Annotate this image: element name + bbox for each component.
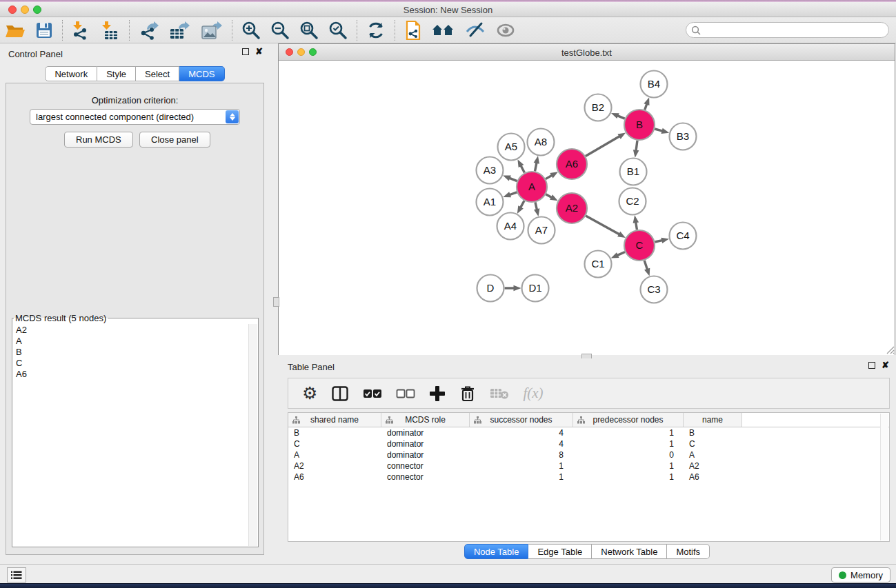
column-header-shared-name[interactable]: shared name xyxy=(288,413,381,427)
tab-node-table[interactable]: Node Table xyxy=(464,544,529,559)
create-column-button[interactable] xyxy=(422,382,452,405)
edge-C-C3[interactable] xyxy=(644,261,648,270)
column-header-successor-nodes[interactable]: successor nodes xyxy=(470,413,573,427)
column-header-MCDS-role[interactable]: MCDS role xyxy=(381,413,470,427)
table-cell[interactable]: B xyxy=(684,428,742,438)
zoom-in-button[interactable] xyxy=(237,19,266,42)
home-view-button[interactable] xyxy=(427,19,460,42)
table-cell[interactable]: A xyxy=(684,450,742,460)
tab-motifs[interactable]: Motifs xyxy=(667,544,710,559)
table-cell[interactable]: 1 xyxy=(573,428,684,438)
show-columns-button[interactable] xyxy=(324,382,356,405)
graph-node-A[interactable]: A xyxy=(517,172,547,202)
table-cell[interactable]: A2 xyxy=(684,461,742,471)
vertical-split-handle[interactable] xyxy=(273,297,279,307)
deselect-all-button[interactable] xyxy=(389,382,422,405)
table-cell[interactable]: 1 xyxy=(573,439,684,449)
mcds-result-item[interactable]: A6 xyxy=(13,369,248,380)
network-canvas[interactable]: AA1A2A3A4A5A6A7A8BB1B2B3B4CC1C2C3C4DD1 xyxy=(279,61,895,355)
graph-node-C2[interactable]: C2 xyxy=(619,188,646,215)
column-header-name[interactable]: name xyxy=(684,413,742,427)
table-cell[interactable]: 4 xyxy=(470,439,573,449)
edge-B-B1[interactable] xyxy=(636,141,637,152)
table-row[interactable]: Bdominator41B xyxy=(288,427,889,438)
graph-node-A6[interactable]: A6 xyxy=(557,149,587,179)
task-history-button[interactable] xyxy=(7,567,26,582)
table-cell[interactable]: dominator xyxy=(381,450,470,460)
edge-A-A8[interactable] xyxy=(535,162,537,172)
column-header-predecessor-nodes[interactable]: predecessor nodes xyxy=(573,413,684,427)
mcds-result-item[interactable]: C xyxy=(13,358,248,369)
graph-node-C1[interactable]: C1 xyxy=(585,251,612,278)
table-cell[interactable]: dominator xyxy=(381,428,470,438)
run-mcds-button[interactable]: Run MCDS xyxy=(64,132,133,148)
table-cell[interactable]: C xyxy=(288,439,381,449)
table-row[interactable]: Cdominator41C xyxy=(288,438,889,449)
select-all-button[interactable] xyxy=(356,382,389,405)
graph-node-B1[interactable]: B1 xyxy=(620,159,647,185)
float-panel-icon[interactable] xyxy=(242,48,249,55)
tab-style[interactable]: Style xyxy=(97,66,136,81)
table-cell[interactable]: 1 xyxy=(573,472,684,482)
open-session-button[interactable] xyxy=(0,19,30,42)
mcds-result-item[interactable]: B xyxy=(13,347,248,358)
export-network-button[interactable] xyxy=(134,19,164,42)
criterion-select[interactable]: largest connected component (directed) xyxy=(30,109,240,125)
close-panel-button[interactable]: Close panel xyxy=(139,132,210,148)
search-field[interactable] xyxy=(686,22,889,38)
zoom-selected-button[interactable] xyxy=(323,19,352,42)
table-row[interactable]: A2connector11A2 xyxy=(288,460,889,472)
table-cell[interactable]: 1 xyxy=(470,472,573,482)
mcds-result-item[interactable]: A xyxy=(13,336,248,347)
delete-column-button[interactable] xyxy=(452,382,483,405)
graph-node-A8[interactable]: A8 xyxy=(528,129,555,156)
zoom-fit-button[interactable] xyxy=(295,19,323,42)
delete-table-button[interactable] xyxy=(483,382,516,405)
graph-node-C4[interactable]: C4 xyxy=(670,223,697,250)
tab-mcds[interactable]: MCDS xyxy=(179,66,224,81)
table-cell[interactable]: 0 xyxy=(573,450,684,460)
resize-grip-icon[interactable] xyxy=(886,345,895,354)
search-input[interactable] xyxy=(704,24,888,37)
graph-node-B4[interactable]: B4 xyxy=(641,71,668,98)
graph-node-B[interactable]: B xyxy=(624,110,655,140)
table-cell[interactable]: A6 xyxy=(684,472,742,482)
mcds-list-scrollbar[interactable] xyxy=(248,324,257,546)
hide-details-button[interactable] xyxy=(460,19,490,42)
export-table-button[interactable] xyxy=(164,19,196,42)
show-details-button[interactable] xyxy=(490,19,521,42)
refresh-button[interactable] xyxy=(361,19,390,42)
close-panel-icon[interactable]: ✘ xyxy=(255,48,263,55)
import-table-button[interactable] xyxy=(96,19,125,42)
table-cell[interactable]: connector xyxy=(381,461,470,471)
table-cell[interactable]: 8 xyxy=(470,450,573,460)
zoom-out-button[interactable] xyxy=(266,19,295,42)
table-cell[interactable]: A xyxy=(288,450,381,460)
mcds-result-item[interactable]: A2 xyxy=(13,325,248,336)
graph-node-A1[interactable]: A1 xyxy=(477,189,504,216)
import-network-button[interactable] xyxy=(67,19,96,42)
float-table-panel-icon[interactable] xyxy=(868,362,875,369)
network-window-title-bar[interactable]: testGlobe.txt xyxy=(279,44,895,61)
graph-node-D1[interactable]: D1 xyxy=(522,275,549,302)
graph-node-A3[interactable]: A3 xyxy=(477,157,504,184)
network-from-file-button[interactable] xyxy=(399,19,427,42)
table-cell[interactable]: 4 xyxy=(470,428,573,438)
graph-node-A7[interactable]: A7 xyxy=(528,217,555,244)
node-table[interactable]: shared nameMCDS rolesuccessor nodesprede… xyxy=(288,412,890,542)
table-scrollbar[interactable] xyxy=(880,414,888,540)
table-row[interactable]: A6connector11A6 xyxy=(288,472,889,483)
table-cell[interactable]: B xyxy=(288,428,381,438)
memory-button[interactable]: Memory xyxy=(831,567,890,582)
tab-network[interactable]: Network xyxy=(45,66,97,81)
edge-A2-C[interactable] xyxy=(586,216,620,234)
tab-select[interactable]: Select xyxy=(136,66,179,81)
graph-node-A5[interactable]: A5 xyxy=(498,134,525,161)
table-cell[interactable]: dominator xyxy=(381,439,470,449)
save-session-button[interactable] xyxy=(30,19,58,42)
table-cell[interactable]: 1 xyxy=(573,461,684,471)
graph-node-D[interactable]: D xyxy=(477,275,504,302)
table-cell[interactable]: 1 xyxy=(470,461,573,471)
graph-node-B3[interactable]: B3 xyxy=(670,123,697,150)
table-cell[interactable]: A6 xyxy=(288,472,381,482)
